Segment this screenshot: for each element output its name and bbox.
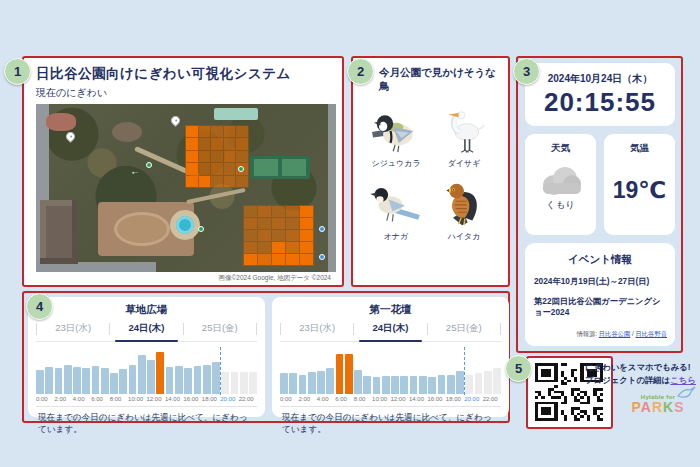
panel-crowd-map: 日比谷公園向けにぎわい可視化システム 現在のにぎわい: [22, 56, 344, 287]
birds-title: 今月公園で見かけそうな鳥: [379, 66, 500, 94]
hourly-bars: [280, 350, 501, 394]
temperature-label: 気温: [604, 142, 675, 155]
event-source-label: 情報源:: [576, 330, 597, 337]
map-green-marker-icon: [238, 166, 244, 172]
tab-day-23[interactable]: 23日(水): [37, 322, 109, 335]
map-pin-icon: [64, 130, 77, 143]
crowd-heat-grid-south: [244, 206, 313, 265]
hourly-bars: [36, 350, 257, 394]
event-info-card: イベント情報 2024年10月19日(土)～27日(日) 第22回日比谷公園ガー…: [525, 243, 675, 346]
qr-caption-line1: にぎわいをスマホでもみる!: [585, 361, 697, 374]
chart-note: 現在までの今日のにぎわいは先週に比べて、にぎわっています。: [36, 406, 257, 436]
section-badge-5: 5: [505, 355, 532, 382]
map-blue-marker-icon: [319, 226, 325, 232]
bird-card-egret: ダイサギ: [433, 108, 495, 169]
map-poi-label: ●─: [132, 170, 138, 175]
hour-axis: 0:002:004:006:008:0010:0012:0014:0016:00…: [36, 396, 257, 402]
tab-separator: [500, 323, 501, 335]
event-source-link-yaon[interactable]: 日比谷野音: [636, 330, 667, 337]
chart-title: 第一花壇: [280, 303, 501, 317]
bird-card-tit: シジュウカラ: [365, 108, 427, 169]
map-tennis-courts: [250, 156, 310, 179]
crowd-chart-card-grass-plaza: 草地広場 23日(水) 24日(木) 25日(金) 0:002:004:006:…: [28, 297, 265, 417]
date-label: 2024年10月24日（木）: [525, 72, 675, 86]
section-badge-4: 4: [26, 293, 53, 320]
bird-card-magpie: オナガ: [365, 181, 427, 242]
weather-label: 天気: [525, 142, 596, 155]
bird-card-sparrowhawk: ハイタカ: [433, 181, 495, 242]
map-attribution: 画像©2024 Google, 地図データ ©2024: [36, 272, 333, 283]
bird-name: シジュウカラ: [365, 158, 427, 169]
section-badge-2: 2: [347, 58, 374, 85]
bird-name: ハイタカ: [433, 231, 495, 242]
map-flowerbed: [46, 113, 76, 131]
tab-day-23[interactable]: 23日(水): [281, 322, 353, 335]
temperature-card: 気温 19℃: [604, 134, 675, 235]
weather-value: くもり: [525, 199, 596, 212]
bird-illustration-sparrowhawk: [433, 181, 495, 227]
map-pin-icon: [169, 114, 182, 127]
bird-name: オナガ: [365, 231, 427, 242]
tab-day-24-active[interactable]: 24日(木): [110, 322, 182, 335]
bird-illustration-egret: [433, 108, 495, 154]
map-green-marker-icon: [146, 162, 152, 168]
map-tennis-court: [282, 159, 306, 176]
event-period: 2024年10月19日(土)～27日(日): [534, 276, 666, 287]
tab-day-24-active[interactable]: 24日(木): [354, 322, 426, 335]
event-info-title: イベント情報: [534, 253, 666, 267]
hour-axis: 0:002:004:006:008:0010:0012:0014:0016:00…: [280, 396, 501, 402]
cloud-icon: [539, 165, 583, 195]
crowd-chart-card-first-flowerbed: 第一花壇 23日(水) 24日(木) 25日(金) 0:002:004:006:…: [272, 297, 509, 417]
event-source: 情報源: 日比谷公園 / 日比谷野音: [576, 330, 667, 339]
map-subtitle: 現在のにぎわい: [36, 86, 333, 100]
hylable-parks-logo: Hylable for PARKS: [624, 394, 692, 414]
map-tennis-court: [254, 159, 278, 176]
event-source-link-park[interactable]: 日比谷公園: [599, 330, 630, 337]
page-title: 日比谷公園向けにぎわい可視化システム: [36, 65, 333, 83]
bird-illustration-magpie: [365, 181, 427, 227]
qr-caption: にぎわいをスマホでもみる! プロジェクトの詳細はこちら: [585, 361, 697, 387]
map-teal-roof: [214, 108, 258, 120]
map-path: [186, 188, 246, 204]
map-fountain: [176, 216, 194, 234]
bird-name: ダイサギ: [433, 158, 495, 169]
chart-note: 現在までの今日のにぎわいは先週に比べて、にぎわっています。: [280, 406, 501, 436]
map-dome-building: [112, 122, 142, 142]
section-badge-1: 1: [4, 58, 31, 85]
map-road-right: [328, 104, 336, 272]
temperature-value: 19℃: [604, 177, 675, 204]
day-tabs: 23日(水) 24日(木) 25日(金): [280, 322, 501, 342]
tab-day-25[interactable]: 25日(金): [184, 322, 256, 335]
section-badge-3: 3: [513, 58, 540, 85]
bird-logo-icon: [676, 386, 696, 400]
clock-card: 2024年10月24日（木） 20:15:55: [525, 63, 675, 126]
dashboard: 1 2 3 4 5 日比谷公園向けにぎわい可視化システム 現在のにぎわい: [0, 0, 700, 467]
map-green-marker-icon: [198, 226, 204, 232]
project-detail-text: プロジェクトの詳細は: [585, 375, 670, 385]
tab-separator: [256, 323, 257, 335]
day-tabs: 23日(水) 24日(木) 25日(金): [36, 322, 257, 342]
tab-day-25[interactable]: 25日(金): [428, 322, 500, 335]
map-building: [40, 200, 78, 264]
project-detail-link[interactable]: こちら: [670, 375, 696, 385]
bird-illustration-tit: [365, 108, 427, 154]
weather-card: 天気 くもり: [525, 134, 596, 235]
map-blue-marker-icon: [319, 254, 325, 260]
chart-title: 草地広場: [36, 303, 257, 317]
clock-time: 20:15:55: [525, 87, 675, 118]
panel-birds: 今月公園で見かけそうな鳥 シジュウカラ: [351, 56, 510, 287]
event-name: 第22回日比谷公園ガーデニングショー2024: [534, 296, 666, 318]
map-plaza-oval: [114, 212, 170, 246]
satellite-map[interactable]: ●─: [36, 104, 336, 272]
logo-wordmark: PARKS: [624, 400, 692, 414]
crowd-heat-grid-north: [186, 126, 248, 187]
